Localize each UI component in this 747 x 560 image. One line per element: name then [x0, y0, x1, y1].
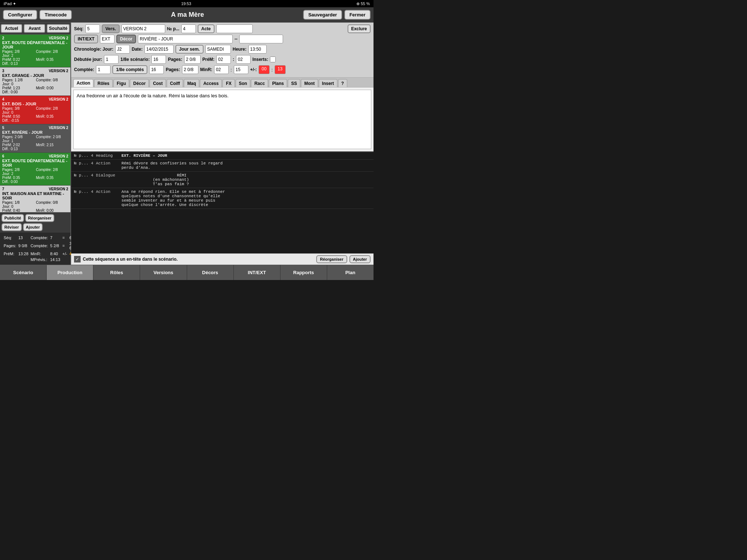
scene-item-selected[interactable]: 5 VERSION 2 EXT. RIVIÈRE - JOUR Pages: 2…	[0, 124, 70, 153]
ajouter-footer-button[interactable]: Ajouter	[349, 255, 371, 263]
nav-production[interactable]: Production	[47, 265, 93, 280]
exclure-button[interactable]: Exclure	[348, 24, 371, 33]
pages2-input[interactable]	[182, 65, 198, 74]
debutee-input[interactable]	[104, 55, 119, 64]
prem-input1[interactable]	[216, 55, 231, 64]
version-input[interactable]	[121, 24, 165, 33]
intext-button[interactable]: INT/EXT	[74, 35, 98, 43]
scene-list[interactable]: 2 VERSION 2 EXT. ROUTE DÉPARTEMENTALE - …	[0, 35, 70, 212]
huitieme2-button[interactable]: 1/8e comptés	[112, 65, 147, 74]
pages2-label: Pages:	[166, 67, 180, 72]
prem-input2[interactable]	[236, 55, 251, 64]
tab-figu[interactable]: Figu	[113, 79, 129, 87]
plusminus-label: +/-:	[250, 67, 257, 72]
jour-input[interactable]	[115, 45, 130, 54]
form-row-1: Séq: Vers. № p... Acte Exclure	[74, 24, 371, 33]
action-textarea[interactable]: Ana fredonne un air à l'écoute de la nat…	[73, 90, 371, 149]
debutee-label: Débutée jour:	[74, 57, 102, 62]
date-input[interactable]	[144, 45, 174, 54]
tab-cost[interactable]: Cost	[150, 79, 166, 87]
nav-roles[interactable]: Rôles	[93, 265, 140, 280]
footer-note: ✓ Cette séquence a un en-tête dans le sc…	[71, 253, 374, 265]
form-row-4: Débutée jour: 1/8e scénario: Pages: PréM…	[74, 55, 371, 64]
tab-fx[interactable]: FX	[222, 79, 235, 87]
scene-stats: Pages: 3/8Comptée: 2/8 Jour: 0 PréM: 0:5…	[2, 106, 68, 122]
decor-button[interactable]: Décor	[116, 35, 136, 43]
form-row-5: Comptée: 1/8e comptés Pages: MinR: : +/-…	[74, 65, 371, 74]
joursem-input[interactable]	[205, 45, 231, 54]
tab-racc[interactable]: Racc	[251, 79, 268, 87]
comptee-label: Comptée:	[30, 235, 49, 240]
nav-versions[interactable]: Versions	[140, 265, 187, 280]
scene-num: 2	[2, 36, 4, 40]
sauvegarder-button[interactable]: Sauvegarder	[303, 10, 342, 20]
ajouter-left-button[interactable]: Ajouter	[23, 223, 43, 231]
seq-input[interactable]	[85, 24, 100, 33]
acte-button[interactable]: Acte	[198, 24, 214, 33]
tab-son[interactable]: Son	[236, 79, 251, 87]
mprevis-value: 14:13	[49, 257, 61, 262]
tab-coiff[interactable]: Coiff	[167, 79, 183, 87]
inserts-checkbox-area[interactable]	[270, 57, 276, 62]
tab-ss[interactable]: SS	[288, 79, 300, 87]
scene-item[interactable]: 6 VERSION 2 EXT. ROUTE DÉPARTEMENTALE - …	[0, 153, 70, 186]
avant-button[interactable]: Avant	[24, 24, 45, 33]
fermer-button[interactable]: Fermer	[344, 10, 371, 20]
reorganiser-left-button[interactable]: Réorganiser	[25, 214, 54, 222]
pages-input[interactable]	[184, 55, 201, 64]
inserts-checkbox[interactable]	[270, 57, 276, 62]
scene-item[interactable]: 4 VERSION 2 EXT. BOIS - JOUR Pages: 3/8C…	[0, 96, 70, 124]
seq-value: 13	[18, 235, 29, 240]
red-input-1[interactable]: 00	[259, 65, 270, 74]
publicite-button[interactable]: Publicité	[1, 214, 24, 222]
right-panel: Séq: Vers. № p... Acte Exclure INT/EXT D…	[71, 23, 374, 265]
tab-help[interactable]: ?	[338, 79, 347, 87]
configurer-button[interactable]: Configurer	[3, 10, 37, 20]
tab-maq[interactable]: Maq	[184, 79, 199, 87]
huitieme2-input[interactable]	[149, 65, 164, 74]
decor-extra-input[interactable]	[239, 35, 283, 43]
tab-plans[interactable]: Plans	[269, 79, 287, 87]
timecode-button[interactable]: Timecode	[39, 10, 71, 20]
souhaite-button[interactable]: Souhaité	[47, 24, 70, 33]
reviser-button[interactable]: Réviser	[1, 223, 22, 231]
checkbox-icon: ✓	[74, 256, 81, 262]
tab-decor[interactable]: Décor	[130, 79, 149, 87]
joursem-button[interactable]: Jour sem.	[175, 45, 204, 54]
scene-item[interactable]: 2 VERSION 2 EXT. ROUTE DÉPARTEMENTALE - …	[0, 35, 70, 67]
heure-input[interactable]	[248, 45, 267, 54]
minr-input2[interactable]	[234, 65, 248, 74]
actuel-button[interactable]: Actuel	[1, 24, 22, 33]
np-input[interactable]	[181, 24, 196, 33]
intext-input[interactable]	[100, 35, 115, 43]
tab-mont[interactable]: Mont	[301, 79, 318, 87]
seq-label: Séq:	[3, 235, 17, 240]
status-right: ⊕ 55 %	[356, 1, 370, 6]
nav-scenario[interactable]: Scénario	[0, 265, 47, 280]
comptee-input[interactable]	[96, 65, 111, 74]
nav-rapports[interactable]: Rapports	[280, 265, 327, 280]
minr-input1[interactable]	[214, 65, 229, 74]
scene-item[interactable]: 7 VERSION 2 INT. MAISON ANA ET MARTINE -…	[0, 186, 70, 212]
minr-label: MinR:	[200, 67, 212, 72]
prem-label: PréM:	[3, 251, 17, 256]
acte-input[interactable]	[216, 24, 253, 33]
huitieme-input[interactable]	[151, 55, 166, 64]
nav-decors[interactable]: Décors	[187, 265, 234, 280]
left-panel-header: Actuel Avant Souhaité	[0, 23, 70, 35]
footer-note-text: Cette séquence a un en-tête dans le scén…	[83, 257, 314, 262]
plusminus-label: +/-	[62, 251, 68, 256]
tab-roles[interactable]: Rôles	[94, 79, 113, 87]
pages-label: Pages:	[168, 57, 182, 62]
minr-value: 8:40	[49, 251, 61, 256]
nav-intext[interactable]: INT/EXT	[234, 265, 280, 280]
nav-plan[interactable]: Plan	[327, 265, 374, 280]
scene-item[interactable]: 3 VERSION 2 EXT. GRANGE - JOUR Pages: 1 …	[0, 67, 70, 96]
reorganiser-footer-button[interactable]: Réorganiser	[316, 255, 347, 263]
tab-access[interactable]: Access	[200, 79, 222, 87]
decor-input[interactable]	[138, 35, 233, 43]
red-input-2[interactable]: 13	[275, 65, 286, 74]
tab-insert[interactable]: Insert	[319, 79, 337, 87]
vers-button[interactable]: Vers.	[102, 24, 120, 33]
tab-action[interactable]: Action	[73, 79, 93, 87]
